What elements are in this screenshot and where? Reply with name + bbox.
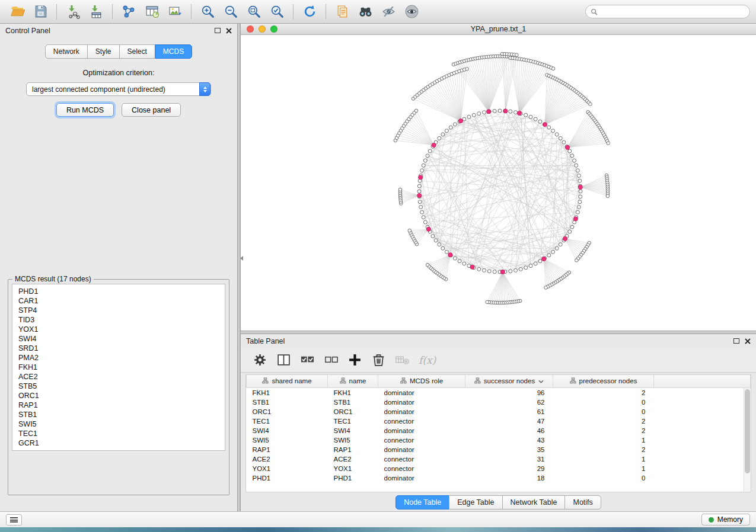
export-image-button[interactable]: [164, 2, 186, 22]
zoom-selected-button[interactable]: [266, 2, 288, 22]
close-window-icon[interactable]: [247, 25, 254, 33]
cell-name[interactable]: PHD1: [328, 473, 378, 483]
mcds-result-item[interactable]: SWI4: [18, 334, 219, 344]
mcds-result-item[interactable]: ORC1: [18, 391, 219, 400]
tab-network-table[interactable]: Network Table: [502, 495, 566, 509]
cell-predecessors[interactable]: 1: [553, 454, 654, 464]
mcds-result-item[interactable]: TEC1: [18, 429, 219, 438]
cell-predecessors[interactable]: 0: [553, 473, 654, 483]
cell-predecessors[interactable]: 0: [553, 407, 654, 416]
mcds-result-item[interactable]: FKH1: [18, 363, 219, 372]
mcds-result-item[interactable]: SRD1: [18, 344, 219, 353]
cell-role[interactable]: connector: [378, 464, 465, 473]
table-settings-button[interactable]: [249, 350, 270, 370]
panel-splitter[interactable]: [237, 24, 241, 511]
cell-predecessors[interactable]: 1: [553, 435, 654, 445]
cell-name[interactable]: SWI5: [328, 435, 378, 445]
cell-successors[interactable]: 18: [465, 473, 553, 483]
tab-select[interactable]: Select: [119, 44, 155, 59]
new-table-button[interactable]: [141, 2, 163, 22]
network-titlebar[interactable]: YPA_prune.txt_1: [241, 24, 756, 35]
mcds-result-item[interactable]: CAR1: [18, 296, 219, 306]
deselect-all-columns-button[interactable]: [320, 350, 342, 370]
cell-successors[interactable]: 35: [465, 445, 553, 454]
tab-node-table[interactable]: Node Table: [395, 495, 449, 509]
cell-name[interactable]: YOX1: [328, 464, 378, 473]
cell-role[interactable]: dominator: [378, 473, 465, 483]
table-row[interactable]: SWI4SWI4dominator462: [247, 426, 751, 435]
cell-shared-name[interactable]: ORC1: [247, 407, 328, 416]
panel-menu-button[interactable]: [6, 514, 22, 525]
float-table-panel-icon[interactable]: [733, 338, 739, 344]
minimize-window-icon[interactable]: [259, 25, 266, 33]
tab-motifs[interactable]: Motifs: [564, 495, 601, 509]
cell-predecessors[interactable]: 2: [553, 426, 654, 435]
table-row[interactable]: TEC1TEC1connector472: [247, 416, 751, 426]
table-row[interactable]: YOX1YOX1connector291: [247, 464, 751, 473]
cell-shared-name[interactable]: TEC1: [247, 416, 328, 426]
mcds-result-item[interactable]: GCR1: [18, 438, 219, 448]
table-row[interactable]: ACE2ACE2connector311: [247, 454, 751, 464]
mcds-result-item[interactable]: TID3: [18, 315, 219, 325]
save-session-button[interactable]: [29, 2, 52, 22]
maximize-window-icon[interactable]: [270, 25, 277, 33]
tab-style[interactable]: Style: [87, 44, 120, 59]
splitter-collapse-icon[interactable]: [238, 256, 243, 261]
refresh-button[interactable]: [298, 2, 321, 22]
mcds-result-item[interactable]: ACE2: [18, 372, 219, 382]
cell-successors[interactable]: 47: [465, 416, 553, 426]
mcds-result-item[interactable]: STP4: [18, 306, 219, 315]
search-input[interactable]: [601, 8, 745, 16]
cell-name[interactable]: TEC1: [328, 416, 378, 426]
column-header-shared-name[interactable]: shared name: [247, 375, 328, 387]
create-column-button[interactable]: [344, 350, 365, 370]
table-row[interactable]: RAP1RAP1dominator352: [247, 445, 751, 454]
open-file-button[interactable]: [6, 2, 28, 22]
column-header-successor-nodes[interactable]: successor nodes: [465, 375, 553, 387]
close-panel-icon[interactable]: [225, 27, 232, 34]
cell-role[interactable]: connector: [378, 435, 465, 445]
table-row[interactable]: ORC1ORC1dominator610: [247, 407, 751, 416]
close-table-panel-icon[interactable]: [744, 338, 751, 344]
tab-network[interactable]: Network: [45, 44, 88, 59]
cell-shared-name[interactable]: ACE2: [247, 454, 328, 464]
cell-shared-name[interactable]: SWI4: [247, 426, 328, 435]
tab-mcds[interactable]: MCDS: [155, 44, 192, 59]
close-panel-button[interactable]: Close panel: [122, 103, 181, 117]
find-button[interactable]: [354, 2, 377, 22]
cell-successors[interactable]: 96: [465, 387, 553, 398]
cell-shared-name[interactable]: RAP1: [247, 445, 328, 454]
tab-edge-table[interactable]: Edge Table: [449, 495, 502, 509]
mcds-result-item[interactable]: SWI5: [18, 419, 219, 429]
cell-successors[interactable]: 31: [465, 454, 553, 464]
import-table-button[interactable]: [85, 2, 107, 22]
table-row[interactable]: FKH1FKH1dominator962: [247, 387, 751, 398]
cell-predecessors[interactable]: 1: [553, 464, 654, 473]
cell-name[interactable]: ACE2: [328, 454, 378, 464]
cell-role[interactable]: dominator: [378, 387, 465, 398]
cell-role[interactable]: connector: [378, 416, 465, 426]
table-row[interactable]: STB1STB1dominator620: [247, 398, 751, 407]
cell-shared-name[interactable]: FKH1: [247, 387, 328, 398]
zoom-fit-button[interactable]: [243, 2, 265, 22]
table-scrollbar[interactable]: [744, 388, 751, 491]
cell-successors[interactable]: 62: [465, 398, 553, 407]
float-panel-icon[interactable]: [215, 28, 221, 33]
zoom-out-button[interactable]: [219, 2, 242, 22]
search-box[interactable]: [585, 5, 750, 18]
hide-graphics-button[interactable]: [377, 2, 400, 22]
column-header-name[interactable]: name: [328, 375, 378, 387]
network-graph[interactable]: [241, 35, 755, 329]
cell-predecessors[interactable]: 2: [553, 416, 654, 426]
cell-successors[interactable]: 29: [465, 464, 553, 473]
mcds-result-item[interactable]: YOX1: [18, 325, 219, 334]
cell-successors[interactable]: 46: [465, 426, 553, 435]
cell-role[interactable]: connector: [378, 454, 465, 464]
new-network-button[interactable]: [117, 2, 140, 22]
memory-button[interactable]: Memory: [701, 514, 750, 525]
column-header-predecessor-nodes[interactable]: predecessor nodes: [553, 375, 654, 387]
cell-predecessors[interactable]: 2: [553, 445, 654, 454]
cell-name[interactable]: ORC1: [328, 407, 378, 416]
cell-name[interactable]: SWI4: [328, 426, 378, 435]
cell-shared-name[interactable]: SWI5: [247, 435, 328, 445]
